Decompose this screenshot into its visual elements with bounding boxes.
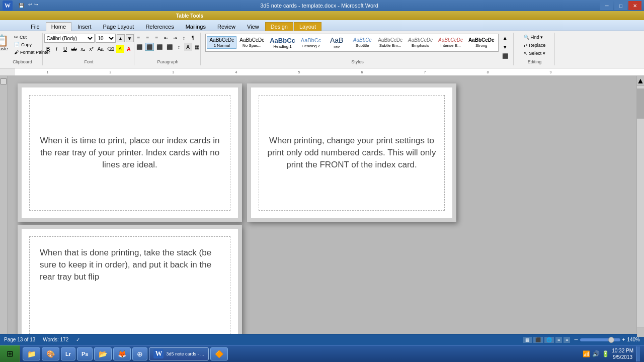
taskbar-chrome[interactable]: ⊕: [132, 347, 147, 360]
tab-design[interactable]: Design: [265, 22, 293, 31]
sort-button[interactable]: ↕: [180, 34, 188, 42]
font-color-button[interactable]: A: [125, 45, 133, 53]
outline-button[interactable]: ≡: [555, 337, 562, 343]
font-group-label: Font: [44, 59, 134, 64]
quick-access-redo[interactable]: ↪: [34, 2, 38, 9]
ruler-mark-8: 8: [487, 70, 489, 74]
align-center-button[interactable]: ⬛: [145, 43, 154, 51]
tab-home[interactable]: Home: [46, 22, 71, 31]
taskbar-firefox[interactable]: 🦊: [113, 347, 131, 360]
align-right-button[interactable]: ⬛: [155, 43, 164, 51]
card-inner-1[interactable]: When it is time to print, place our inde…: [29, 95, 230, 211]
strikethrough-button[interactable]: ab: [70, 45, 78, 53]
zoom-out-button[interactable]: ─: [574, 337, 578, 342]
style-strong[interactable]: AaBbCcDc Strong: [466, 36, 497, 49]
style-heading2[interactable]: AaBbCc Heading 2: [298, 36, 324, 49]
font-shrink-button[interactable]: ▼: [126, 34, 134, 42]
subscript-button[interactable]: x₂: [79, 45, 87, 53]
sidebar-cursor-icon[interactable]: [1, 78, 7, 84]
taskbar-file-explorer[interactable]: 📁: [23, 347, 40, 360]
justify-button[interactable]: ⬛: [165, 43, 174, 51]
tab-view[interactable]: View: [242, 22, 265, 31]
quick-access-undo[interactable]: ↩: [28, 2, 32, 9]
zoom-thumb[interactable]: [608, 337, 614, 343]
style-subtle-em[interactable]: AaBbCcDc Subtle Em...: [375, 36, 405, 49]
taskbar-vlc[interactable]: 🔶: [210, 347, 228, 360]
style-normal[interactable]: AaBbCcDc 1 Normal: [207, 36, 236, 49]
style-emphasis[interactable]: AaBbCcDc Emphasis: [406, 36, 435, 49]
tab-insert[interactable]: Insert: [72, 22, 97, 31]
font-size-select[interactable]: 10: [96, 34, 116, 43]
underline-button[interactable]: U: [61, 45, 69, 53]
taskbar-ie[interactable]: 📂: [94, 347, 112, 360]
find-button[interactable]: 🔍 Find ▾: [522, 34, 545, 41]
styles-area: AaBbCcDc 1 Normal AaBbCcDc No Spac... Aa…: [205, 34, 498, 52]
card-inner-3[interactable]: When that is done printing, take the sta…: [29, 236, 230, 334]
show-hide-button[interactable]: ¶: [189, 34, 197, 42]
line-spacing-button[interactable]: ↕: [175, 43, 183, 51]
bullets-button[interactable]: ≡: [135, 34, 143, 42]
style-subtitle[interactable]: AaBbCc Subtitle: [350, 36, 375, 49]
quick-access-save[interactable]: 💾: [17, 2, 26, 9]
replace-button[interactable]: ⇄ Replace: [522, 42, 548, 49]
style-no-spacing[interactable]: AaBbCcDc No Spac...: [237, 36, 267, 49]
scroll-up-button[interactable]: ▲: [637, 76, 644, 86]
scroll-down-button[interactable]: ▼: [637, 327, 644, 334]
styles-scroll-down[interactable]: ▼: [501, 43, 510, 51]
numbering-button[interactable]: ≡: [144, 34, 152, 42]
tab-references[interactable]: References: [140, 22, 179, 31]
taskbar-word[interactable]: W 3d5 note cards - ...: [149, 347, 208, 360]
tab-page-layout[interactable]: Page Layout: [98, 22, 140, 31]
tab-mailings[interactable]: Mailings: [180, 22, 211, 31]
style-heading1[interactable]: AaBbCc Heading 1: [267, 36, 298, 50]
show-desktop-button[interactable]: [636, 346, 640, 361]
clock[interactable]: 10:32 PM 9/5/2013: [612, 347, 633, 360]
decrease-indent-button[interactable]: ⇤: [162, 34, 170, 42]
print-layout-button[interactable]: ▦: [523, 337, 532, 343]
increase-indent-button[interactable]: ⇥: [171, 34, 179, 42]
draft-button[interactable]: ≡: [564, 337, 570, 343]
paste-icon: 📋: [0, 35, 9, 46]
bold-button[interactable]: B: [44, 45, 52, 53]
start-button[interactable]: ⊞: [0, 345, 20, 363]
close-button[interactable]: ✕: [628, 1, 641, 10]
right-scrollbar[interactable]: ▲ ▼: [636, 76, 644, 334]
card-inner-2[interactable]: When printing, change your print setting…: [259, 95, 445, 211]
shading-button[interactable]: A: [184, 43, 192, 51]
paragraph-group-label: Paragraph: [135, 59, 200, 64]
text-highlight-button[interactable]: A: [116, 45, 124, 53]
paste-button[interactable]: 📋 Paste: [0, 34, 11, 53]
zoom-slider[interactable]: [580, 338, 620, 341]
font-grow-button[interactable]: ▲: [117, 34, 125, 42]
tab-file[interactable]: File: [25, 22, 45, 31]
style-title[interactable]: AaB Title: [324, 35, 349, 50]
select-button[interactable]: ↖ Select ▾: [522, 50, 547, 57]
minimize-button[interactable]: ─: [600, 1, 613, 10]
font-name-select[interactable]: Calibri (Body): [44, 34, 95, 43]
styles-scroll-up[interactable]: ▲: [501, 34, 510, 42]
case-button[interactable]: Aa: [96, 45, 105, 53]
tab-layout[interactable]: Layout: [294, 22, 321, 31]
ruler-mark-3: 3: [173, 70, 175, 74]
clear-format-button[interactable]: ⌫: [106, 45, 116, 53]
zoom-in-button[interactable]: +: [622, 337, 625, 342]
borders-button[interactable]: ▦: [193, 43, 201, 51]
tab-review[interactable]: Review: [212, 22, 241, 31]
superscript-button[interactable]: x²: [88, 45, 96, 53]
styles-expand[interactable]: ⬛: [501, 52, 510, 60]
taskbar-paint[interactable]: 🎨: [42, 347, 59, 360]
web-layout-button[interactable]: 🌐: [544, 337, 554, 343]
maximize-button[interactable]: □: [614, 1, 627, 10]
document-area[interactable]: When it is time to print, place our inde…: [8, 76, 636, 334]
full-screen-button[interactable]: ⬛: [533, 337, 543, 343]
multilevel-button[interactable]: ≡: [153, 34, 161, 42]
style-intense-em[interactable]: AaBbCcDc Intense E...: [436, 36, 465, 49]
scroll-thumb[interactable]: [637, 88, 644, 119]
editing-group: 🔍 Find ▾ ⇄ Replace ↖ Select ▾ Editing: [515, 33, 555, 65]
taskbar-photoshop[interactable]: Ps: [77, 347, 93, 360]
align-left-button[interactable]: ⬛: [135, 43, 144, 51]
taskbar-lightroom[interactable]: Lr: [61, 347, 75, 360]
word-icon: W: [3, 1, 13, 11]
italic-button[interactable]: I: [53, 45, 61, 53]
zoom-area: ─ + 140%: [574, 337, 640, 342]
